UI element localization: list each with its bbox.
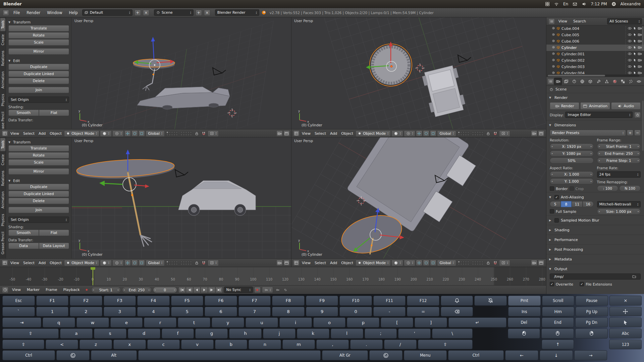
timeline-menu-frame[interactable]: Frame	[43, 287, 59, 293]
volume-icon[interactable]	[582, 2, 586, 6]
aa-size-field[interactable]: ◂Size: 1.000 px▸	[597, 208, 641, 215]
shade-flat-button[interactable]: Flat	[39, 230, 69, 236]
shade-flat-button[interactable]: Flat	[39, 110, 69, 116]
key-z[interactable]: z	[79, 340, 112, 350]
transform-panel-header[interactable]: ▼Transform	[8, 140, 69, 144]
mode-dropdown[interactable]: Object Mode▴▾	[356, 130, 391, 137]
network-icon[interactable]	[554, 2, 559, 6]
set-origin-dropdown[interactable]: Set Origin▴▾	[8, 97, 69, 103]
outliner-menu-search[interactable]: Search	[571, 18, 588, 24]
key-bell-icon[interactable]	[441, 296, 473, 306]
anti-aliasing-checkbox[interactable]: ✓	[554, 195, 559, 199]
key-period[interactable]: .	[350, 340, 383, 350]
snap-magnet-icon[interactable]	[492, 130, 498, 136]
selectability-cursor-icon[interactable]	[633, 71, 637, 74]
translate-button[interactable]: Translate	[8, 145, 69, 152]
key-0[interactable]: 0	[339, 307, 372, 317]
visibility-eye-icon[interactable]	[628, 39, 632, 44]
outliner-item-cylinder-002[interactable]: Cylinder.002	[546, 57, 644, 64]
renderability-camera-icon[interactable]	[638, 33, 642, 38]
key-2[interactable]: 2	[70, 307, 102, 317]
key-h[interactable]: h	[229, 328, 262, 339]
viewport-shading-dropdown[interactable]: ▴▾	[391, 260, 403, 266]
viewport-menu-select[interactable]: Select	[313, 260, 328, 266]
snap-element-dropdown[interactable]: ▴▾	[499, 260, 511, 266]
editor-type-button[interactable]	[293, 130, 300, 136]
layers-widget-2[interactable]	[472, 261, 483, 265]
shelf-tab-relations[interactable]: Relations	[0, 48, 5, 68]
manipulator-rotate-button[interactable]	[131, 260, 138, 266]
delete-scene-button[interactable]: ×	[204, 10, 210, 16]
duplicate-linked-button[interactable]: Duplicate Linked	[8, 71, 69, 77]
timeline-playhead[interactable]	[93, 267, 93, 286]
key-tab[interactable]: ⇥	[2, 317, 41, 327]
edit-panel-header[interactable]: ▼Edit	[8, 179, 69, 183]
insert-keyframe-icon[interactable]	[274, 287, 281, 293]
key-c[interactable]: c	[147, 340, 180, 350]
dimensions-panel-header[interactable]: ▼Dimensions	[546, 121, 644, 129]
outliner-item-cube-004[interactable]: Cube.004	[546, 25, 644, 32]
snap-element-dropdown[interactable]: ▴▾	[208, 260, 219, 266]
properties-scrollbar[interactable]	[642, 101, 644, 151]
key-g[interactable]: g	[195, 328, 228, 339]
key-less-than[interactable]: <	[46, 340, 78, 350]
key-f8[interactable]: F8	[272, 296, 305, 306]
manipulator-scale-button[interactable]	[139, 260, 145, 266]
key-p[interactable]: p	[347, 317, 379, 327]
key-f7[interactable]: F7	[238, 296, 271, 306]
3d-viewport[interactable]: xyUser Persp(0) Cylinder	[72, 17, 291, 129]
delete-layout-button[interactable]: ×	[143, 10, 149, 16]
key-alt[interactable]: Alt	[91, 350, 137, 360]
viewport-menu-add[interactable]: Add	[328, 260, 339, 266]
selectability-cursor-icon[interactable]	[633, 26, 637, 31]
key-t[interactable]: t	[178, 317, 210, 327]
tab-object[interactable]	[587, 78, 594, 85]
outliner-item-cylinder[interactable]: Cylinder	[546, 45, 644, 51]
header-menu-render[interactable]: Render	[24, 10, 43, 16]
aspect-y-field[interactable]: ◂Y: 1.000▸	[550, 178, 594, 184]
transform-panel-header[interactable]: ▼Transform	[8, 20, 69, 24]
delete-button[interactable]: Delete	[8, 78, 69, 84]
key-super-icon[interactable]	[56, 350, 90, 360]
key-arrow-down[interactable]: ↓	[540, 350, 573, 360]
key-pointer-icon[interactable]	[609, 317, 642, 327]
selectability-cursor-icon[interactable]	[633, 33, 637, 38]
key-r[interactable]: r	[144, 317, 176, 327]
orientation-dropdown[interactable]: Global▴▾	[146, 260, 164, 266]
join-button[interactable]: Join	[8, 207, 69, 213]
key-5[interactable]: 5	[171, 307, 204, 317]
3d-viewport[interactable]: xyUser Persp(0) Cylinder	[291, 137, 546, 258]
screen-layout-selector[interactable]: Default▴▾	[82, 9, 132, 16]
key-arrow-right[interactable]: →	[574, 350, 607, 360]
expand-icon[interactable]	[552, 46, 555, 50]
viewport-menu-view[interactable]: View	[9, 260, 21, 266]
shelf-tab-physics[interactable]: Physics	[0, 92, 5, 109]
key-4[interactable]: 4	[137, 307, 170, 317]
scale-button[interactable]: Scale	[8, 39, 69, 46]
key-ins[interactable]: Ins	[508, 307, 541, 317]
tab-data[interactable]	[603, 78, 610, 85]
snap-element-dropdown[interactable]: ▴▾	[499, 130, 511, 137]
frame-rate-dropdown[interactable]: 24 fps▴▾	[597, 171, 641, 178]
manipulator-translate-button[interactable]	[416, 260, 422, 266]
expand-icon[interactable]	[552, 65, 555, 69]
key-ctrl-right[interactable]: Ctrl	[448, 350, 504, 360]
shelf-tab-create[interactable]: Create	[0, 32, 5, 48]
key-close[interactable]: ×	[609, 296, 642, 306]
edit-panel-header[interactable]: ▼Edit	[8, 59, 69, 63]
3d-viewport[interactable]: xyUser Persp(0) Cylinder	[291, 17, 546, 129]
key-f4[interactable]: F4	[137, 296, 170, 306]
header-menu-help[interactable]: Help	[67, 10, 80, 16]
opengl-render-button[interactable]	[531, 260, 537, 266]
viewport-menu-object[interactable]: Object	[339, 131, 355, 136]
sampled-motion-blur-checkbox[interactable]	[554, 218, 559, 223]
key-a[interactable]: a	[60, 328, 93, 339]
layers-widget[interactable]	[166, 261, 178, 265]
expand-icon[interactable]	[552, 58, 555, 63]
settings-gear-icon[interactable]	[611, 2, 616, 6]
key-f11[interactable]: F11	[373, 296, 406, 306]
key-scroll[interactable]: Scroll	[542, 296, 575, 306]
key-9[interactable]: 9	[306, 307, 338, 317]
timeline-menu-playback[interactable]: Playback	[61, 287, 82, 293]
key-f9[interactable]: F9	[306, 296, 338, 306]
